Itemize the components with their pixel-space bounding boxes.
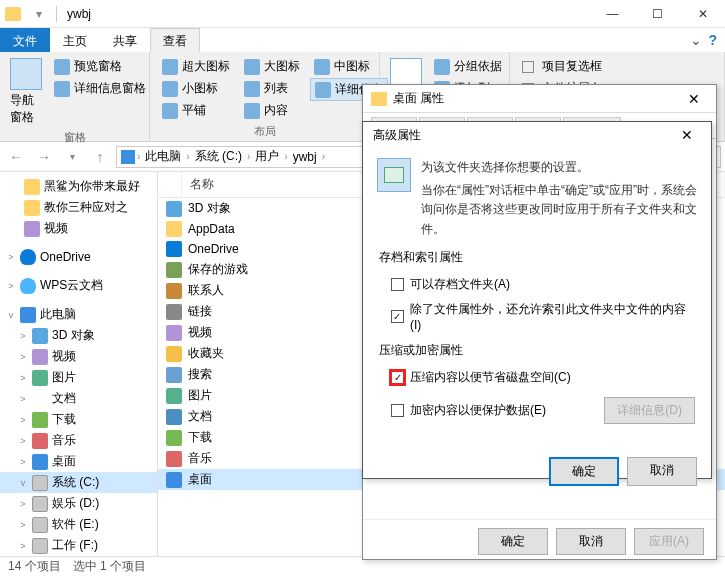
nav-item[interactable]: v系统 (C:) (0, 472, 157, 493)
nav-item[interactable]: >3D 对象 (0, 325, 157, 346)
nav-item[interactable]: v此电脑 (0, 304, 157, 325)
compress-checkbox-highlight (391, 371, 404, 384)
tab-file[interactable]: 文件 (0, 28, 50, 52)
view-content[interactable]: 内容 (240, 100, 304, 121)
nav-item[interactable]: >文档 (0, 388, 157, 409)
crumb-leaf[interactable]: ywbj (290, 150, 320, 164)
status-count: 14 个项目 (8, 558, 61, 575)
adv-close-button[interactable]: ✕ (673, 127, 701, 143)
props-title: 桌面 属性 (393, 90, 680, 107)
maximize-button[interactable]: ☐ (635, 0, 680, 28)
index-checkbox[interactable]: 除了文件属性外，还允许索引此文件夹中文件的内容(I) (391, 301, 695, 332)
props-cancel-button[interactable]: 取消 (556, 528, 626, 555)
help-icon[interactable]: ? (708, 32, 717, 48)
view-list[interactable]: 列表 (240, 78, 304, 99)
nav-item[interactable]: >OneDrive (0, 247, 157, 267)
show-checkboxes[interactable]: 项目复选框 (518, 56, 606, 77)
forward-button[interactable]: → (32, 145, 56, 169)
crumb-pc[interactable]: 此电脑 (142, 148, 184, 165)
view-md[interactable]: 中图标 (310, 56, 388, 77)
tab-view[interactable]: 查看 (150, 28, 200, 52)
nav-pane-button[interactable]: 导航窗格 (8, 56, 44, 128)
adv-titlebar[interactable]: 高级属性 ✕ (363, 122, 711, 148)
view-xl[interactable]: 超大图标 (158, 56, 234, 77)
nav-item[interactable]: >WPS云文档 (0, 275, 157, 296)
details-pane-button[interactable]: 详细信息窗格 (50, 78, 150, 99)
nav-item[interactable]: >音乐 (0, 430, 157, 451)
adv-ok-button[interactable]: 确定 (549, 457, 619, 486)
close-button[interactable]: ✕ (680, 0, 725, 28)
nav-item[interactable]: >软件 (E:) (0, 514, 157, 535)
adv-intro1: 为该文件夹选择你想要的设置。 (421, 158, 697, 177)
ribbon-tabs: 文件 主页 共享 查看 ⌄? (0, 28, 725, 52)
props-ok-button[interactable]: 确定 (478, 528, 548, 555)
nav-item[interactable]: >视频 (0, 346, 157, 367)
groupby-button[interactable]: 分组依据 (430, 56, 506, 77)
compress-checkbox[interactable]: 压缩内容以便节省磁盘空间(C) (391, 369, 695, 386)
recent-button[interactable]: ▾ (60, 145, 84, 169)
props-apply-button[interactable]: 应用(A) (634, 528, 704, 555)
crumb-users[interactable]: 用户 (252, 148, 282, 165)
pc-icon (121, 150, 135, 164)
adv-group2-title: 压缩或加密属性 (379, 342, 695, 359)
props-close-button[interactable]: ✕ (680, 91, 708, 107)
view-sm[interactable]: 小图标 (158, 78, 234, 99)
props-titlebar[interactable]: 桌面 属性 ✕ (363, 85, 716, 113)
nav-item[interactable]: 教你三种应对之 (0, 197, 157, 218)
up-button[interactable]: ↑ (88, 145, 112, 169)
nav-item[interactable]: >工作 (F:) (0, 535, 157, 556)
adv-cancel-button[interactable]: 取消 (627, 457, 697, 486)
titlebar: ▾ ywbj — ☐ ✕ (0, 0, 725, 28)
adv-title: 高级属性 (373, 127, 673, 144)
adv-group1-title: 存档和索引属性 (379, 249, 695, 266)
group-label-layout: 布局 (158, 122, 371, 139)
qat-icon[interactable]: ▾ (30, 5, 48, 23)
folder-icon (4, 5, 22, 23)
group-label-panes: 窗格 (8, 128, 141, 145)
nav-tree[interactable]: 黑鲨为你带来最好教你三种应对之视频>OneDrive>WPS云文档v此电脑>3D… (0, 172, 158, 556)
adv-intro2: 当你在“属性”对话框中单击“确定”或“应用”时，系统会询问你是否将这些更改同时应… (421, 181, 697, 239)
nav-item[interactable]: >下载 (0, 409, 157, 430)
back-button[interactable]: ← (4, 145, 28, 169)
folder-settings-icon (377, 158, 411, 192)
folder-icon (371, 92, 387, 106)
nav-item[interactable]: 黑鲨为你带来最好 (0, 176, 157, 197)
window-title: ywbj (67, 7, 590, 21)
view-lg[interactable]: 大图标 (240, 56, 304, 77)
nav-pane-label: 导航窗格 (10, 92, 42, 126)
ribbon-collapse-icon[interactable]: ⌄ (690, 32, 702, 48)
preview-pane-button[interactable]: 预览窗格 (50, 56, 150, 77)
view-tiles[interactable]: 平铺 (158, 100, 234, 121)
status-selected: 选中 1 个项目 (73, 558, 146, 575)
tab-home[interactable]: 主页 (50, 28, 100, 52)
archive-checkbox[interactable]: 可以存档文件夹(A) (391, 276, 695, 293)
minimize-button[interactable]: — (590, 0, 635, 28)
crumb-c[interactable]: 系统 (C:) (192, 148, 245, 165)
nav-item[interactable]: >桌面 (0, 451, 157, 472)
nav-item[interactable]: >娱乐 (D:) (0, 493, 157, 514)
ribbon-help[interactable]: ⌄? (690, 28, 725, 52)
tab-share[interactable]: 共享 (100, 28, 150, 52)
advanced-dialog: 高级属性 ✕ 为该文件夹选择你想要的设置。 当你在“属性”对话框中单击“确定”或… (362, 121, 712, 479)
encrypt-checkbox[interactable]: 加密内容以便保护数据(E) (391, 402, 546, 419)
nav-item[interactable]: >图片 (0, 367, 157, 388)
nav-item[interactable]: 视频 (0, 218, 157, 239)
adv-details-button[interactable]: 详细信息(D) (604, 397, 695, 424)
